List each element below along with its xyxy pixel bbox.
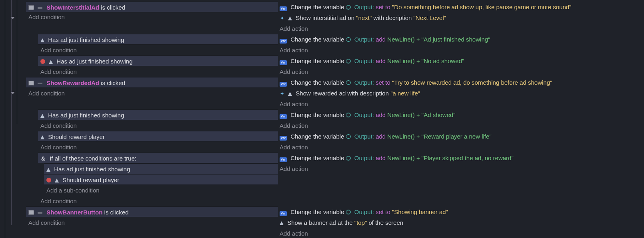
add-sub-condition[interactable]: Add a sub-condition [44, 185, 278, 196]
condition-text: Has ad just finished showing [48, 36, 124, 43]
condition-row[interactable]: Has ad just finished showing [38, 56, 278, 66]
action-text: Change the variable [290, 79, 344, 86]
string-literal: "Showing banner ad" [392, 208, 448, 215]
operator: set to [376, 79, 390, 86]
add-condition[interactable]: Add condition [38, 142, 278, 153]
add-action[interactable]: Add action [279, 66, 641, 77]
action-text: Show rewarded ad with description [296, 90, 390, 97]
string-literal: "Next Level" [414, 14, 446, 21]
var-icon: Var [280, 6, 287, 11]
condition-text: Has ad just finished showing [56, 58, 132, 65]
object-name: ShowBannerButton [46, 209, 102, 216]
action-row[interactable]: Var Change the variable Output: set to "… [279, 206, 641, 217]
triangle-icon [55, 178, 59, 182]
add-action[interactable]: Add action [279, 228, 641, 238]
dash-icon [38, 7, 42, 9]
add-condition[interactable]: Add condition [38, 45, 278, 56]
operator: set to [376, 4, 390, 10]
operator: add [376, 36, 386, 43]
triangle-icon [288, 92, 292, 96]
condition-row[interactable]: ShowRewardedAd is clicked [26, 77, 278, 88]
condition-row[interactable]: Has ad just finished showing [38, 109, 278, 120]
add-condition[interactable]: Add condition [26, 12, 278, 22]
add-action[interactable]: Add action [279, 45, 641, 56]
globe-icon [346, 5, 351, 10]
object-name: ShowInterstitialAd [46, 4, 99, 11]
string-literal: "Try to show rewarded ad, do something b… [392, 79, 552, 86]
invert-icon [40, 59, 45, 64]
action-row[interactable]: Var Change the variable Output: add NewL… [279, 56, 641, 66]
add-condition[interactable]: Add condition [26, 88, 278, 99]
condition-row[interactable]: Should reward player [38, 131, 278, 142]
expression: NewLine() + "Ad showed" [387, 111, 455, 118]
expand-icon[interactable] [11, 17, 15, 19]
action-row[interactable]: ✦ Show interstitial ad on "next" with de… [279, 12, 641, 23]
add-condition[interactable]: Add condition [26, 217, 278, 228]
condition-text: is clicked [101, 79, 125, 86]
condition-row[interactable]: Should reward player [44, 174, 278, 185]
action-row[interactable]: Var Change the variable Output: add NewL… [279, 131, 641, 142]
add-condition[interactable]: Add condition [38, 196, 278, 206]
action-text: Change the variable [290, 58, 344, 64]
add-action[interactable]: Add action [279, 99, 641, 109]
triangle-icon [40, 38, 44, 42]
action-text: Change the variable [290, 155, 344, 161]
condition-text: Should reward player [62, 177, 119, 183]
action-text: Change the variable [290, 36, 344, 43]
operator: add [376, 111, 386, 118]
action-row[interactable]: Var Change the variable Output: add NewL… [279, 153, 641, 163]
tree-gutter [0, 0, 26, 238]
string-literal: "next" [356, 14, 372, 21]
output-var: Output [354, 36, 372, 43]
condition-row[interactable]: If all of these conditions are true: [38, 153, 278, 163]
output-var: Output [354, 111, 372, 118]
condition-text: is clicked [101, 4, 125, 11]
expand-icon[interactable] [11, 92, 15, 94]
globe-icon [346, 59, 351, 63]
action-row[interactable]: Var Change the variable Output: add NewL… [279, 109, 641, 120]
expression: NewLine() + "Ad just finished showing" [387, 36, 490, 43]
add-condition[interactable]: Add condition [38, 66, 278, 77]
triangle-icon [288, 16, 292, 20]
operator: set to [376, 208, 390, 215]
condition-row[interactable]: ShowInterstitialAd is clicked [26, 2, 278, 12]
var-icon: Var [280, 39, 287, 44]
condition-text: Has ad just finished showing [54, 166, 130, 173]
triangle-icon [46, 168, 50, 172]
condition-row[interactable]: Has ad just finished showing [44, 163, 278, 174]
condition-text: is clicked [104, 209, 129, 216]
add-action[interactable]: Add action [279, 163, 641, 174]
action-row[interactable]: Var Change the variable Output: set to "… [279, 77, 641, 88]
condition-row[interactable]: ShowBannerButton is clicked [26, 206, 278, 217]
action-text: Change the variable [290, 111, 344, 118]
condition-row[interactable]: Has ad just finished showing [38, 34, 278, 45]
action-row[interactable]: Var Change the variable Output: add NewL… [279, 34, 641, 45]
output-var: Output [354, 58, 372, 64]
action-text: Change the variable [290, 133, 344, 140]
condition-text: Should reward player [48, 133, 105, 140]
var-icon: Var [280, 114, 287, 119]
var-icon: Var [280, 211, 287, 216]
operator: add [376, 58, 386, 64]
globe-icon [346, 210, 351, 214]
action-row[interactable]: ✦ Show rewarded ad with description "a n… [279, 88, 641, 99]
add-action[interactable]: Add action [279, 142, 641, 153]
add-action[interactable]: Add action [279, 120, 641, 131]
operator: add [376, 133, 386, 140]
var-icon: Var [280, 82, 287, 87]
action-row[interactable]: Var Change the variable Output: set to "… [279, 2, 641, 12]
button-icon [28, 5, 34, 10]
output-var: Output [354, 133, 372, 140]
action-row[interactable]: Show a banner ad at the "top" of the scr… [279, 217, 641, 228]
output-var: Output [354, 208, 372, 215]
globe-icon [346, 80, 351, 85]
action-text: with decription [373, 14, 413, 21]
dash-icon [38, 212, 42, 214]
sparkle-icon: ✦ [280, 13, 285, 24]
object-name: ShowRewardedAd [46, 79, 99, 86]
string-literal: "top" [354, 219, 367, 226]
action-text: Show a banner ad at the [287, 219, 352, 226]
add-action[interactable]: Add action [279, 23, 641, 34]
add-condition[interactable]: Add condition [38, 120, 278, 131]
string-literal: "Do something before ad show up, like pa… [392, 4, 571, 10]
